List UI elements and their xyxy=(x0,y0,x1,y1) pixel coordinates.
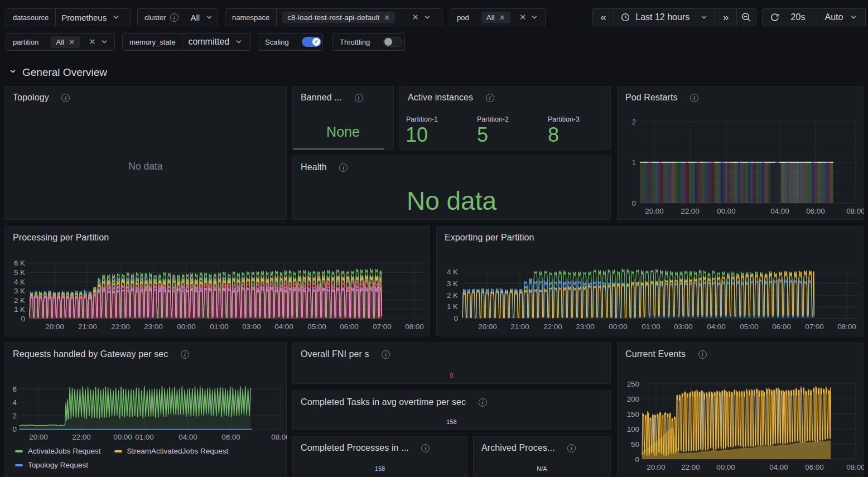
svg-text:22:00: 22:00 xyxy=(681,463,700,471)
svg-text:2 K: 2 K xyxy=(447,291,458,300)
svg-text:06:00: 06:00 xyxy=(805,463,824,471)
svg-text:08:00: 08:00 xyxy=(271,433,287,441)
svg-text:05:00: 05:00 xyxy=(740,322,759,331)
svg-text:5 K: 5 K xyxy=(14,268,25,277)
svg-text:1 K: 1 K xyxy=(447,302,458,311)
svg-text:250: 250 xyxy=(627,380,639,388)
svg-text:20:00: 20:00 xyxy=(29,433,48,441)
svg-text:06:00: 06:00 xyxy=(772,322,791,331)
svg-text:0: 0 xyxy=(454,314,458,322)
svg-text:00:00: 00:00 xyxy=(716,463,735,471)
svg-text:200: 200 xyxy=(627,395,639,403)
svg-text:150: 150 xyxy=(627,410,639,418)
svg-text:2 K: 2 K xyxy=(14,296,25,305)
svg-text:4 K: 4 K xyxy=(447,268,458,276)
svg-text:3 K: 3 K xyxy=(14,287,25,295)
svg-text:04:00: 04:00 xyxy=(179,433,197,441)
svg-text:22:00: 22:00 xyxy=(72,433,91,441)
svg-text:20:00: 20:00 xyxy=(45,322,64,331)
svg-text:22:00: 22:00 xyxy=(681,207,700,215)
svg-text:00:00: 00:00 xyxy=(113,433,132,441)
svg-text:0: 0 xyxy=(21,315,25,323)
svg-text:2: 2 xyxy=(632,118,636,126)
svg-text:50: 50 xyxy=(631,440,639,449)
svg-text:22:00: 22:00 xyxy=(543,322,562,331)
svg-text:22:00: 22:00 xyxy=(111,322,130,331)
svg-text:4 K: 4 K xyxy=(14,278,25,286)
svg-text:6: 6 xyxy=(13,385,17,393)
svg-text:4: 4 xyxy=(13,398,17,407)
svg-text:00:00: 00:00 xyxy=(609,322,628,331)
svg-text:06:00: 06:00 xyxy=(806,207,825,215)
svg-text:21:00: 21:00 xyxy=(78,322,97,331)
svg-text:2: 2 xyxy=(13,412,17,420)
svg-text:07:00: 07:00 xyxy=(805,322,824,331)
svg-text:06:00: 06:00 xyxy=(340,322,359,331)
svg-text:01:00: 01:00 xyxy=(135,433,154,441)
svg-text:6 K: 6 K xyxy=(14,259,25,267)
svg-text:1: 1 xyxy=(632,158,636,167)
svg-text:0: 0 xyxy=(635,455,639,464)
svg-text:0: 0 xyxy=(13,425,17,433)
svg-text:04:00: 04:00 xyxy=(770,207,789,215)
svg-text:06:00: 06:00 xyxy=(221,433,240,441)
svg-text:100: 100 xyxy=(627,425,639,433)
svg-text:05:00: 05:00 xyxy=(307,322,326,331)
svg-text:07:00: 07:00 xyxy=(373,322,392,331)
svg-text:20:00: 20:00 xyxy=(645,207,664,215)
svg-text:20:00: 20:00 xyxy=(478,322,497,331)
svg-text:04:00: 04:00 xyxy=(707,322,726,331)
svg-text:1 K: 1 K xyxy=(14,305,25,314)
svg-text:01:00: 01:00 xyxy=(642,322,660,331)
svg-text:04:00: 04:00 xyxy=(274,322,293,331)
svg-text:3 K: 3 K xyxy=(447,280,458,288)
svg-text:03:00: 03:00 xyxy=(242,322,261,331)
svg-text:20:00: 20:00 xyxy=(647,463,666,471)
svg-text:04:00: 04:00 xyxy=(769,463,788,471)
svg-text:23:00: 23:00 xyxy=(576,322,595,331)
svg-text:08:00: 08:00 xyxy=(405,322,424,331)
svg-text:00:00: 00:00 xyxy=(177,322,196,331)
svg-text:08:00: 08:00 xyxy=(837,322,856,331)
svg-text:00:00: 00:00 xyxy=(717,207,736,215)
svg-text:23:00: 23:00 xyxy=(144,322,163,331)
svg-text:08:00: 08:00 xyxy=(846,207,864,215)
svg-text:0: 0 xyxy=(632,199,636,208)
svg-text:03:00: 03:00 xyxy=(674,322,693,331)
svg-text:21:00: 21:00 xyxy=(510,322,529,331)
svg-text:01:00: 01:00 xyxy=(210,322,229,331)
svg-text:08:00: 08:00 xyxy=(846,463,864,471)
